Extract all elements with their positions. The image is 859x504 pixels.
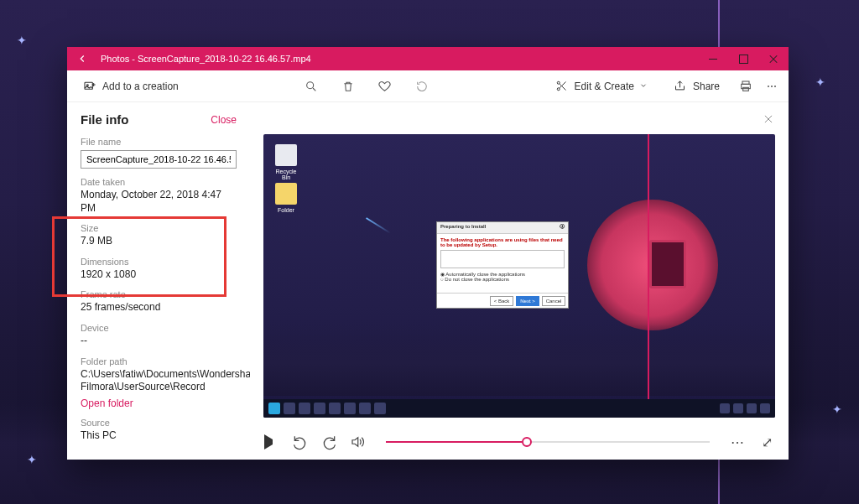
date-taken-label: Date taken [81, 177, 237, 187]
svg-point-3 [557, 81, 560, 84]
framerate-value: 25 frames/second [81, 301, 237, 314]
framerate-label: Frame rate [81, 289, 237, 299]
window-close-button[interactable] [758, 47, 789, 70]
share-label: Share [693, 81, 720, 92]
image-plus-icon [82, 79, 97, 94]
video-viewer[interactable]: Recycle Bin Folder Preparing to Install🛈… [263, 134, 775, 418]
dimensions-value: 1920 x 1080 [81, 268, 237, 282]
skip-forward-button[interactable] [320, 434, 337, 450]
controls-more-button[interactable]: ⋯ [730, 434, 747, 450]
edit-create-label: Edit & Create [575, 81, 634, 92]
volume-button[interactable] [349, 434, 366, 450]
titlebar: Photos - ScreenCapture_2018-10-22 16.46.… [67, 47, 789, 70]
inner-taskbar-icon [374, 403, 386, 414]
add-to-creation-label: Add to a creation [102, 81, 179, 92]
device-value: -- [81, 335, 237, 348]
folder-path-label: Folder path [81, 356, 237, 366]
rotate-icon[interactable] [414, 79, 430, 94]
source-label: Source [81, 418, 237, 428]
source-value: This PC [81, 429, 237, 443]
content-close-button[interactable] [757, 107, 780, 131]
star-icon: ✦ [815, 75, 825, 89]
star-icon: ✦ [17, 34, 27, 47]
inner-taskbar-icon [359, 403, 371, 414]
star-icon: ✦ [27, 453, 37, 466]
seek-thumb[interactable] [522, 437, 532, 447]
window-title: Photos - ScreenCapture_2018-10-22 16.46.… [97, 54, 311, 64]
folder-path-value: C:\Users\fatiw\Documents\Wondershare Fil… [81, 368, 237, 394]
chevron-down-icon [639, 81, 648, 92]
inner-start-icon [268, 403, 280, 414]
scissors-icon [554, 79, 570, 94]
inner-dialog-icon: 🛈 [560, 224, 565, 231]
inner-next-button: Next > [516, 296, 539, 306]
share-button[interactable]: Share [666, 75, 726, 97]
open-folder-link[interactable]: Open folder [81, 397, 237, 409]
maximize-button[interactable] [728, 47, 758, 70]
svg-rect-7 [743, 87, 749, 91]
more-button[interactable]: ⋯ [765, 79, 780, 94]
device-label: Device [81, 323, 237, 333]
svg-point-4 [557, 88, 560, 91]
share-icon [673, 79, 688, 94]
inner-taskbar-icon [299, 403, 310, 414]
dimensions-label: Dimensions [81, 257, 237, 267]
inner-taskbar-icon [314, 403, 325, 414]
desktop-icon-folder: Folder [273, 183, 299, 213]
back-button[interactable] [67, 47, 97, 70]
viewer-comet [366, 217, 391, 234]
filename-label: File name [81, 137, 237, 147]
viewer-playhead-line [648, 134, 649, 399]
viewer-door [649, 240, 686, 288]
edit-create-button[interactable]: Edit & Create [548, 75, 654, 97]
skip-back-button[interactable] [292, 434, 309, 450]
svg-point-1 [86, 84, 88, 86]
inner-cancel-button: Cancel [542, 296, 565, 306]
panel-close-link[interactable]: Close [211, 114, 237, 126]
star-icon: ✦ [832, 403, 842, 416]
photos-app-window: Photos - ScreenCapture_2018-10-22 16.46.… [67, 47, 789, 460]
seek-slider[interactable] [386, 441, 710, 443]
inner-back-button: < Back [490, 296, 513, 306]
zoom-icon[interactable] [304, 79, 319, 94]
favorite-icon[interactable] [377, 79, 393, 94]
file-info-panel: File info Close File name Date taken Mon… [67, 102, 250, 460]
minimize-button[interactable] [698, 47, 728, 70]
delete-icon[interactable] [341, 79, 356, 94]
playback-controls: ⋯ ⤢ [250, 424, 789, 460]
inner-dialog-warning: The following applications are using fil… [440, 237, 565, 247]
fullscreen-button[interactable]: ⤢ [758, 434, 775, 450]
inner-dialog-listbox [440, 250, 565, 268]
inner-setup-dialog: Preparing to Install🛈 The following appl… [436, 221, 569, 309]
add-to-creation-button[interactable]: Add to a creation [75, 75, 185, 97]
viewer-clouds [263, 324, 775, 396]
toolbar: Add to a creation Edit & Create Share ⋯ [67, 70, 789, 102]
print-icon[interactable] [738, 79, 753, 94]
play-button[interactable] [263, 434, 280, 450]
desktop-icon-recycle: Recycle Bin [273, 144, 299, 180]
inner-dialog-title: Preparing to Install [440, 224, 486, 231]
size-value: 7.9 MB [81, 235, 237, 248]
inner-taskbar-icon [329, 403, 341, 414]
inner-taskbar-icon [344, 403, 356, 414]
filename-input[interactable] [81, 150, 237, 169]
date-taken-value: Monday, October 22, 2018 4:47 PM [81, 189, 237, 215]
size-label: Size [81, 223, 237, 233]
inner-taskbar-icon [284, 403, 295, 414]
file-info-heading: File info [81, 112, 129, 127]
svg-point-2 [306, 81, 313, 88]
inner-taskbar [263, 399, 775, 418]
inner-dialog-opt2: Do not close the applications [445, 277, 509, 282]
